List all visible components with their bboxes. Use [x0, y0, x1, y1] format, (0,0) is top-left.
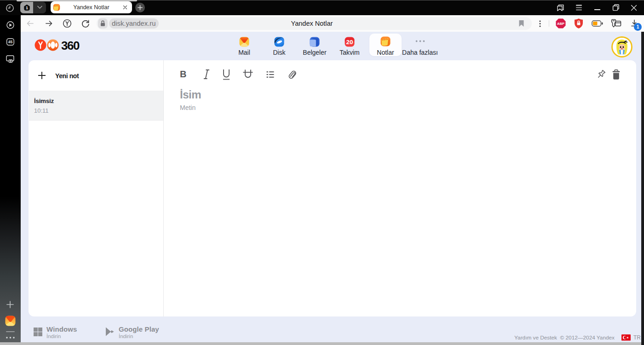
- svg-text:45: 45: [8, 40, 13, 44]
- svg-text:1: 1: [26, 6, 28, 10]
- svg-text:20: 20: [346, 39, 353, 46]
- svg-text:ABP: ABP: [557, 22, 564, 26]
